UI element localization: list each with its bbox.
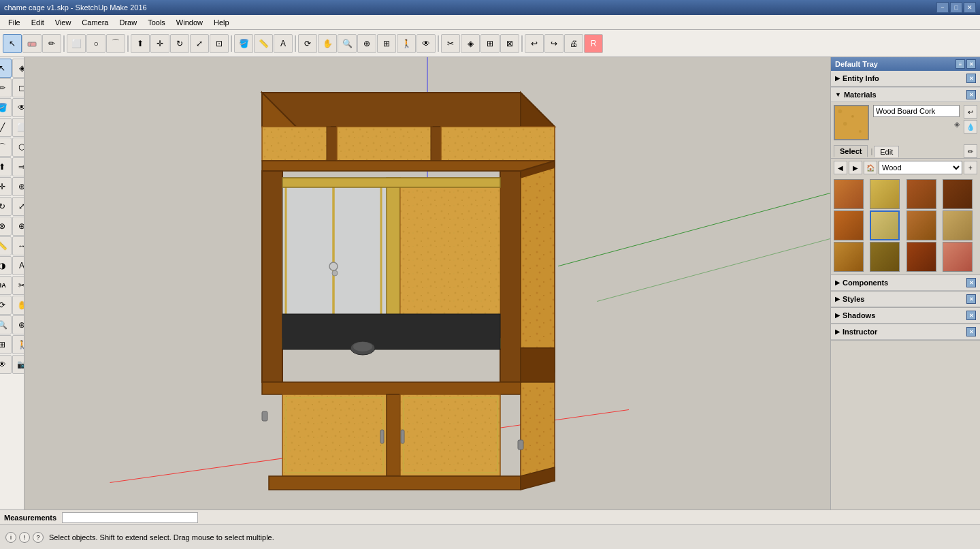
left-tool-eye[interactable]: 👁 — [12, 98, 24, 117]
nav-back-btn[interactable]: ◀ — [834, 161, 847, 174]
swatch-11[interactable] — [943, 242, 973, 272]
components-close[interactable]: ✕ — [966, 278, 976, 287]
tool-print[interactable]: 🖨 — [564, 34, 583, 53]
tray-close-button[interactable]: ✕ — [966, 59, 976, 69]
left-tool-look[interactable]: 👁 — [0, 355, 12, 374]
tool-zoom[interactable]: 🔍 — [338, 34, 357, 53]
material-create-btn[interactable]: + — [964, 161, 977, 174]
tool-ruby-console[interactable]: R — [584, 34, 603, 53]
instructor-header[interactable]: ▶ Instructor ✕ — [831, 324, 980, 340]
left-tool-orbit[interactable]: ⟳ — [0, 296, 12, 315]
materials-header[interactable]: ▼ Materials ✕ — [831, 87, 980, 102]
swatch-10[interactable] — [906, 242, 936, 272]
menu-file[interactable]: File — [3, 17, 26, 28]
tool-rotate[interactable]: ↻ — [170, 34, 189, 53]
left-tool-text[interactable]: A — [12, 256, 24, 275]
swatch-6[interactable] — [906, 210, 936, 240]
menu-window[interactable]: Window — [171, 17, 208, 28]
material-sample-icon[interactable]: ◈ — [954, 120, 960, 129]
instructor-close[interactable]: ✕ — [966, 327, 976, 336]
left-tool-polygon[interactable]: ⬡ — [12, 138, 24, 157]
status-icon-warn[interactable]: ! — [19, 532, 30, 543]
tool-group[interactable]: ⊞ — [480, 34, 500, 53]
material-category-select[interactable]: Wood Stone Metal Fabric Colors — [879, 161, 962, 174]
left-tool-outer-shell[interactable]: ⊗ — [0, 217, 12, 236]
minimize-button[interactable]: − — [936, 2, 949, 13]
tool-zoom-extents[interactable]: ⊞ — [377, 34, 396, 53]
entity-info-close[interactable]: ✕ — [966, 74, 976, 83]
left-tool-position-cam[interactable]: 📷 — [12, 355, 24, 374]
material-pencil-btn[interactable]: ✏ — [964, 144, 977, 158]
swatch-1[interactable] — [870, 179, 900, 209]
tool-tape[interactable]: 📏 — [254, 34, 273, 53]
left-tool-zoom-box[interactable]: ⊕ — [12, 315, 24, 334]
left-tool-pencil[interactable]: ✏ — [0, 78, 12, 97]
left-tool-eraser[interactable]: ◻ — [12, 78, 24, 97]
materials-close[interactable]: ✕ — [966, 90, 976, 99]
nav-forward-btn[interactable]: ▶ — [849, 161, 862, 174]
tool-zoom-window[interactable]: ⊕ — [357, 34, 376, 53]
menu-edit[interactable]: Edit — [26, 17, 50, 28]
tool-rectangle[interactable]: ⬜ — [67, 34, 86, 53]
3d-viewport[interactable] — [24, 57, 830, 509]
tool-redo[interactable]: ↪ — [544, 34, 564, 53]
tool-move[interactable]: ✛ — [150, 34, 169, 53]
menu-tools[interactable]: Tools — [142, 17, 171, 28]
left-tool-3dtext[interactable]: 3A — [0, 276, 12, 295]
left-tool-dim[interactable]: ↔ — [12, 236, 24, 255]
left-tool-zoom-in[interactable]: 🔍 — [0, 315, 12, 334]
tool-offset[interactable]: ⊡ — [210, 34, 229, 53]
tool-scale[interactable]: ⤢ — [190, 34, 209, 53]
swatch-9[interactable] — [870, 242, 900, 272]
left-tool-follow[interactable]: ⇒ — [12, 157, 24, 176]
close-button[interactable]: ✕ — [964, 2, 976, 13]
left-tool-arc[interactable]: ⌒ — [0, 138, 12, 157]
swatch-4[interactable] — [834, 210, 864, 240]
tab-select[interactable]: Select — [834, 145, 868, 157]
measurements-input[interactable] — [62, 512, 198, 523]
left-tool-select[interactable]: ↖ — [0, 59, 12, 78]
left-tool-protractor[interactable]: ◑ — [0, 256, 12, 275]
tool-undo[interactable]: ↩ — [525, 34, 544, 53]
left-tool-line[interactable]: ╱ — [0, 118, 12, 137]
left-tool-tape[interactable]: 📏 — [0, 236, 12, 255]
swatch-3[interactable] — [943, 179, 973, 209]
left-tool-rotate[interactable]: ↻ — [0, 197, 12, 216]
swatch-5[interactable] — [870, 210, 900, 240]
status-icon-help[interactable]: ? — [33, 532, 44, 543]
tool-component[interactable]: ◈ — [461, 34, 480, 53]
tool-pan[interactable]: ✋ — [318, 34, 337, 53]
tab-edit[interactable]: Edit — [874, 146, 899, 157]
left-tool-move[interactable]: ✛ — [0, 177, 12, 196]
left-tool-zoom-ext[interactable]: ⊞ — [0, 335, 12, 354]
tool-walk[interactable]: 🚶 — [397, 34, 416, 53]
nav-home-btn[interactable]: 🏠 — [864, 161, 877, 174]
menu-help[interactable]: Help — [208, 17, 235, 28]
components-header[interactable]: ▶ Components ✕ — [831, 275, 980, 291]
left-tool-push[interactable]: ⬆ — [0, 157, 12, 176]
left-tool-section[interactable]: ✂ — [12, 276, 24, 295]
maximize-button[interactable]: □ — [950, 2, 962, 13]
tool-circle[interactable]: ○ — [86, 34, 105, 53]
menu-camera[interactable]: Camera — [76, 17, 114, 28]
left-tool-scale[interactable]: ⤢ — [12, 197, 24, 216]
tool-eraser[interactable] — [22, 34, 42, 53]
menu-draw[interactable]: Draw — [114, 17, 142, 28]
swatch-0[interactable] — [834, 179, 864, 209]
tool-text[interactable]: A — [274, 34, 293, 53]
left-tool-copy[interactable]: ⊕ — [12, 177, 24, 196]
material-reset-btn[interactable]: ↩ — [964, 105, 977, 119]
swatch-7[interactable] — [943, 210, 973, 240]
shadows-close[interactable]: ✕ — [966, 311, 976, 320]
tool-orbit[interactable]: ⟳ — [298, 34, 317, 53]
tool-x-ray[interactable]: ⊠ — [500, 34, 519, 53]
tool-push-pull[interactable]: ⬆ — [131, 34, 150, 53]
tool-arc[interactable]: ⌒ — [106, 34, 125, 53]
tray-settings-button[interactable]: ≡ — [956, 59, 965, 69]
tool-paint[interactable]: 🪣 — [234, 34, 253, 53]
left-tool-rect[interactable]: ⬜ — [12, 118, 24, 137]
material-eyedrop-btn[interactable]: 💧 — [964, 120, 977, 134]
left-tool-paint[interactable]: 🪣 — [0, 98, 12, 117]
tool-select[interactable]: ↖ — [3, 34, 22, 53]
shadows-header[interactable]: ▶ Shadows ✕ — [831, 308, 980, 324]
